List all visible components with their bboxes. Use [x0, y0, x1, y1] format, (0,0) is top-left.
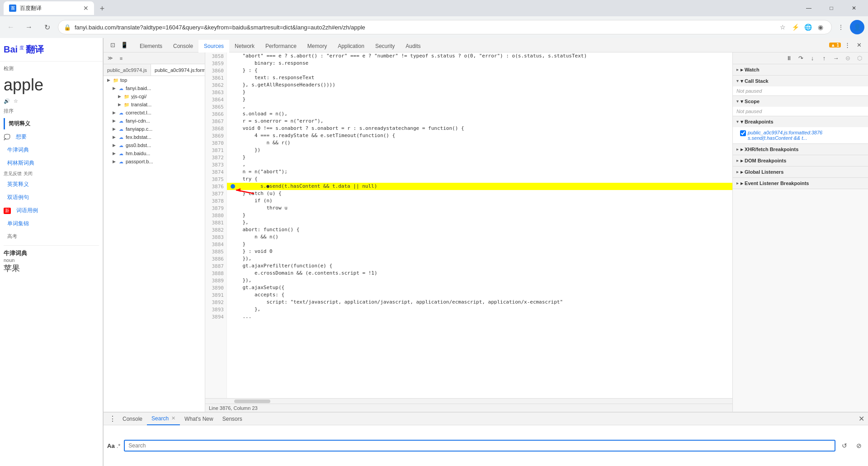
nav-item-xiangyao[interactable]: 想要 [12, 131, 30, 143]
tree-item-3[interactable]: ▶ ☁ correctxt.l... [104, 109, 205, 117]
code-line-3886[interactable]: }), [227, 255, 732, 262]
console-tab-console[interactable]: Console [118, 413, 147, 425]
tree-item-9[interactable]: ▶ ☁ passport.b... [104, 157, 205, 166]
code-line-3885[interactable]: } : void 0 [227, 248, 732, 255]
search-input[interactable] [124, 440, 835, 452]
horizontal-scrollbar[interactable] [205, 398, 732, 404]
new-tab-button[interactable]: + [96, 2, 108, 15]
code-line-3888[interactable]: e.crossDomain && (e.contents.script = !1… [227, 270, 732, 277]
reload-button[interactable]: ↻ [40, 20, 54, 34]
tab-sources[interactable]: Sources [198, 40, 229, 53]
more-options-icon[interactable]: ⋮ [835, 22, 846, 33]
code-line-3859[interactable]: binary: s.response [227, 60, 732, 67]
tree-item-7[interactable]: ▶ ☁ gss0.bdst... [104, 141, 205, 149]
step-over-button[interactable]: ↷ [796, 53, 806, 63]
sidebar-expand-button[interactable]: ≡ [116, 53, 126, 63]
code-line-3866[interactable]: s.onload = n(), [227, 110, 732, 118]
code-line-3865[interactable]: , [227, 103, 732, 110]
nav-item-oxford[interactable]: 牛津词典 [4, 144, 99, 156]
call-stack-header[interactable]: ▾ ▾ Call Stack [733, 76, 868, 86]
search-refresh-button[interactable]: ↺ [839, 440, 850, 451]
tab-application[interactable]: Application [332, 40, 370, 53]
tree-item-8[interactable]: ▶ ☁ hm.baidu... [104, 149, 205, 157]
dont-pause-exceptions-button[interactable]: ⬡ [854, 53, 864, 63]
code-line-3877[interactable]: } catch (u) { [227, 190, 732, 197]
code-line-3870[interactable]: n && r() [227, 139, 732, 147]
code-area[interactable]: 3858385938603861386238633864386538663867… [205, 52, 732, 398]
case-sensitive-button[interactable]: Aa [107, 442, 115, 449]
profile-icon[interactable]: 👤 [850, 20, 864, 34]
console-tab-sensors[interactable]: Sensors [218, 413, 247, 425]
speaker-icon[interactable]: 🔊 [4, 98, 10, 104]
regex-button[interactable]: .* [117, 442, 121, 449]
code-line-3874[interactable]: n = n("abort"); [227, 168, 732, 176]
file-tab-1[interactable]: public_a0c9974.js [104, 64, 151, 76]
devtools-close-button[interactable]: ✕ [854, 40, 864, 51]
xhr-header[interactable]: ▸ ▸ XHR/fetch Breakpoints [733, 144, 868, 155]
dom-header[interactable]: ▸ ▸ DOM Breakpoints [733, 155, 868, 166]
code-line-3889[interactable]: }), [227, 277, 732, 284]
step-into-button[interactable]: ↓ [807, 53, 817, 63]
nav-item-jianming[interactable]: 简明释义 [4, 118, 99, 129]
code-line-3869[interactable]: 4 === s.readyState && e.setTimeout(funct… [227, 132, 732, 139]
code-line-3892[interactable]: script: "text/javascript, application/ja… [227, 299, 732, 306]
tab-console[interactable]: Console [168, 40, 198, 53]
code-line-3873[interactable]: , [227, 161, 732, 168]
profile-sync-icon[interactable]: ⚡ [790, 22, 801, 33]
code-line-3868[interactable]: void 0 !== s.onabort ? s.onabort = r : s… [227, 125, 732, 132]
code-line-3893[interactable]: }, [227, 306, 732, 313]
address-bar[interactable]: 🔒 fanyi.baidu.com/translate?aldtype=1604… [58, 20, 832, 34]
code-line-3894[interactable]: ... [227, 313, 732, 320]
nav-item-bilingual[interactable]: 双语例句 [4, 192, 99, 203]
code-line-3864[interactable]: } [227, 96, 732, 103]
tree-item-4[interactable]: ▶ ☁ fanyi-cdn... [104, 117, 205, 125]
console-tab-whatsnew[interactable]: What's New [180, 413, 218, 425]
code-line-3887[interactable]: gt.ajaxPrefilter(function(e) { [227, 262, 732, 270]
tab-close-button[interactable]: ✕ [83, 5, 89, 12]
inspect-element-button[interactable]: ⊡ [107, 40, 118, 51]
console-close-button[interactable]: ✕ [859, 414, 864, 423]
nav-item-collins[interactable]: 柯林斯词典 [4, 157, 99, 169]
tab-network[interactable]: Network [229, 40, 260, 53]
sidebar-collapse-button[interactable]: ≫ [105, 53, 115, 63]
tree-item-6[interactable]: ▶ ☁ fex.bdstat... [104, 133, 205, 141]
tab-security[interactable]: Security [370, 40, 400, 53]
console-tab-search[interactable]: Search ✕ [147, 413, 180, 425]
code-line-3861[interactable]: text: s.responseText [227, 74, 732, 81]
code-line-3876[interactable]: s.●send(t.hasContent && t.data || null) [227, 183, 732, 190]
watch-header[interactable]: ▸ ▸ Watch [733, 64, 868, 75]
code-line-3891[interactable]: accepts: { [227, 291, 732, 299]
pause-button[interactable]: ⏸ [784, 53, 794, 63]
event-header[interactable]: ▸ ▸ Event Listener Breakpoints [733, 178, 868, 189]
code-line-3883[interactable]: n && n() [227, 233, 732, 241]
step-out-button[interactable]: ↑ [819, 53, 829, 63]
code-content[interactable]: "abort" === e ? s.abort() : "error" === … [227, 52, 732, 398]
tab-audits[interactable]: Audits [400, 40, 426, 53]
code-line-3863[interactable]: } [227, 89, 732, 96]
tree-root[interactable]: ▶ 📁 top [104, 76, 205, 84]
browser-tab[interactable]: 百 百度翻译 ✕ [4, 1, 94, 15]
tree-item-5[interactable]: ▶ ☁ fanyiapp.c... [104, 125, 205, 133]
code-line-3878[interactable]: if (n) [227, 197, 732, 204]
deactivate-breakpoints-button[interactable]: ⊝ [843, 53, 853, 63]
code-line-3875[interactable]: try { [227, 176, 732, 183]
code-line-3881[interactable]: }, [227, 219, 732, 226]
tab-performance[interactable]: Performance [260, 40, 302, 53]
minimize-button[interactable]: — [798, 0, 819, 16]
code-line-3872[interactable]: } [227, 154, 732, 161]
tab-memory[interactable]: Memory [302, 40, 332, 53]
code-line-3882[interactable]: abort: function() { [227, 226, 732, 233]
global-header[interactable]: ▸ ▸ Global Listeners [733, 166, 868, 177]
code-line-3860[interactable]: } : { [227, 67, 732, 74]
code-line-3867[interactable]: r = s.onerror = n("error"), [227, 118, 732, 125]
tree-item-1[interactable]: ▶ 📁 yjs-cgi/ [104, 92, 205, 100]
back-button[interactable]: ← [4, 20, 18, 34]
code-line-3880[interactable]: } [227, 212, 732, 219]
bookmark-icon[interactable]: ☆ [777, 22, 788, 33]
file-tab-2[interactable]: public_a0c9974.js:formatted ✕ [151, 64, 205, 76]
tab-elements[interactable]: Elements [134, 40, 168, 53]
extension-icon-1[interactable]: 🌐 [802, 22, 813, 33]
code-line-3890[interactable]: gt.ajaxSetup({ [227, 284, 732, 291]
console-more-button[interactable]: ⋮ [107, 414, 118, 424]
nav-item-word-usage[interactable]: 词语用例 [13, 205, 42, 216]
